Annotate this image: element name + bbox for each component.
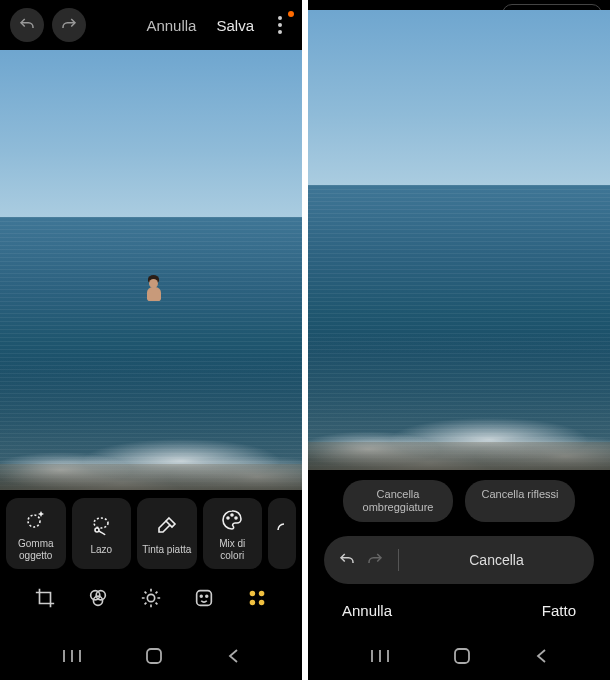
tab-more[interactable] [246,587,268,609]
svg-point-13 [250,591,256,597]
redo-button[interactable] [52,8,86,42]
undo-button[interactable] [10,8,44,42]
tool-mix-colori[interactable]: Mix di colori [203,498,263,569]
svg-point-2 [95,528,99,532]
tab-crop[interactable] [34,587,56,609]
svg-rect-17 [147,649,161,663]
separator [398,549,399,571]
overflow-menu-button[interactable] [268,13,292,37]
action-bar: Cancella [324,536,594,584]
person-subject [145,279,163,303]
svg-point-5 [235,517,237,519]
image-canvas[interactable] [308,10,610,470]
svg-point-7 [96,591,105,600]
tool-label: Lazo [90,544,112,556]
filters-icon [87,587,109,609]
tab-stickers[interactable] [193,587,215,609]
category-tabs [0,573,302,617]
svg-point-11 [200,595,202,597]
editor-screen-before: Annulla Salva Gomma oggetto La [0,0,302,680]
tool-lazo[interactable]: Lazo [72,498,132,569]
svg-point-12 [206,595,208,597]
recents-button[interactable] [370,648,390,664]
svg-point-14 [259,591,265,597]
android-navbar [0,638,302,680]
tool-more-cut[interactable] [268,498,296,569]
svg-point-9 [147,594,154,601]
sky-region [0,50,302,217]
svg-point-15 [250,600,256,606]
sticker-icon [193,587,215,609]
tab-adjust[interactable] [140,587,162,609]
notification-dot-icon [288,11,294,17]
tab-filters[interactable] [87,587,109,609]
tool-label: Mix di colori [219,538,245,561]
palette-icon [220,508,244,532]
editor-screen-after: Lazo magnetico Cancella ombreggiature Ca… [308,0,610,680]
eyedropper-icon [155,514,179,538]
redo-button[interactable] [366,551,384,569]
tool-label: Gomma oggetto [18,538,54,561]
bottom-buttons: Annulla Fatto [308,584,610,625]
adjust-icon [140,587,162,609]
recents-button[interactable] [62,648,82,664]
cancel-button[interactable]: Annulla [342,602,392,619]
tool-tinta-piatta[interactable]: Tinta piatta [137,498,197,569]
svg-rect-18 [455,649,469,663]
svg-point-3 [227,517,229,519]
partial-icon [275,522,289,546]
erase-shadows-button[interactable]: Cancella ombreggiature [343,480,453,522]
tool-label: Tinta piatta [142,544,191,556]
shore-region [0,464,302,490]
back-button[interactable] [226,648,240,664]
back-button[interactable] [534,648,548,664]
done-button[interactable]: Fatto [542,602,576,619]
lasso-icon [89,514,113,538]
svg-point-4 [231,514,233,516]
save-button[interactable]: Salva [210,17,260,34]
svg-point-0 [28,515,40,527]
image-canvas[interactable] [0,50,302,490]
svg-point-8 [93,596,102,605]
svg-point-1 [94,518,108,528]
undo-button[interactable] [338,551,356,569]
tools-bar: Gomma oggetto Lazo Tinta piatta Mix di c… [0,490,302,573]
erase-options: Cancella ombreggiature Cancella riflessi [308,470,610,530]
grid-icon [246,587,268,609]
svg-rect-10 [197,591,212,606]
cancel-button[interactable]: Annulla [140,17,202,34]
home-button[interactable] [453,647,471,665]
crop-icon [34,587,56,609]
erase-button[interactable]: Cancella [413,552,580,568]
shore-region [308,442,610,470]
android-navbar [308,638,610,680]
topbar: Annulla Salva [0,0,302,50]
eraser-sparkle-icon [24,508,48,532]
sky-region [308,10,610,185]
home-button[interactable] [145,647,163,665]
tool-gomma-oggetto[interactable]: Gomma oggetto [6,498,66,569]
erase-reflections-button[interactable]: Cancella riflessi [465,480,575,522]
svg-point-16 [259,600,265,606]
